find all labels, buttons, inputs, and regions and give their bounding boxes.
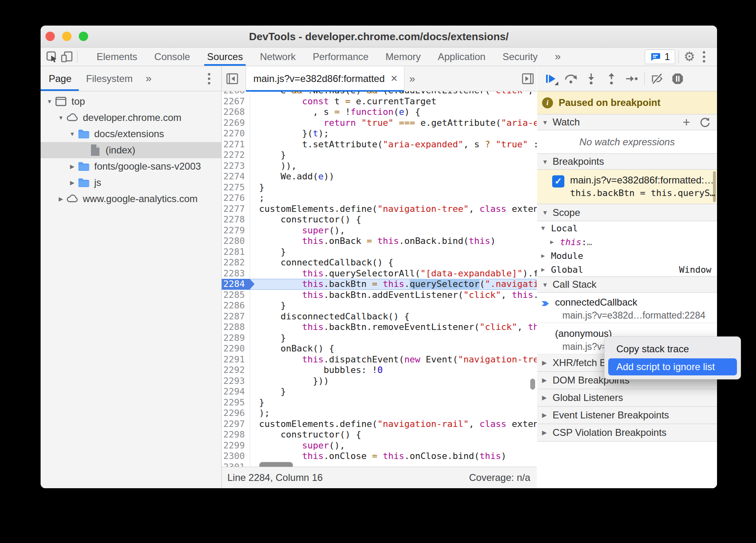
line-number[interactable]: 2273 [222,161,250,172]
device-toolbar-icon[interactable] [59,50,74,64]
line-number[interactable]: 2288 [222,322,250,333]
line-number[interactable]: 2280 [222,236,250,247]
tree-item-docs-extensions[interactable]: ▼docs/extensions [41,126,221,142]
pause-on-exceptions-button[interactable] [667,71,688,87]
line-number[interactable]: 2271 [222,139,250,150]
execution-line-number[interactable]: 2284 [222,279,250,290]
tree-item-js[interactable]: ▶js [41,175,221,191]
code-text[interactable]: this.backBtn = this.querySelector(".navi… [250,279,537,290]
more-options-icon[interactable] [697,51,711,62]
console-messages-button[interactable]: 1 [645,50,675,64]
refresh-watch-icon[interactable] [699,116,711,128]
line-number[interactable]: 2299 [222,440,250,451]
code-text[interactable]: super(), [250,440,537,451]
triangle-right-icon[interactable]: ▶ [56,196,66,202]
line-number[interactable]: 2300 [222,451,250,462]
line-number[interactable]: 2281 [222,247,250,258]
line-number[interactable]: 2296 [222,408,250,419]
code-text[interactable]: disconnectedCallback() { [250,311,537,322]
line-number[interactable]: 2272 [222,150,250,161]
more-panels-icon[interactable]: » [546,47,569,66]
line-number[interactable]: 2301 [222,462,250,467]
tab-memory[interactable]: Memory [377,47,430,66]
tree-item--index-[interactable]: (index) [41,142,221,158]
deactivate-breakpoints-button[interactable] [647,71,667,87]
resume-script-button[interactable] [540,71,561,87]
line-number[interactable]: 2290 [222,343,250,354]
line-number[interactable]: 2286 [222,300,250,311]
tab-page[interactable]: Page [41,66,79,91]
triangle-right-icon[interactable]: ▶ [67,163,77,170]
code-text[interactable]: return "true" === e.getAttribute("aria-e… [250,118,537,129]
tree-item-developer-chrome-com[interactable]: ▼developer.chrome.com [41,110,221,126]
code-text[interactable]: We.add(e)) [250,171,537,182]
breakpoint-checkbox[interactable]: ✓ [552,175,564,187]
more-editor-tabs-icon[interactable]: » [404,66,421,91]
section-scope[interactable]: ▼ Scope [537,204,717,221]
scope-row-local[interactable]: ▼Local [537,221,717,235]
step-into-button[interactable] [581,71,601,87]
file-tab-main-js[interactable]: main.js?v=e382d86f:formatted ✕ [246,66,404,91]
menu-item-copy-stack-trace[interactable]: Copy stack trace [605,340,741,358]
triangle-right-icon[interactable]: ▶ [550,238,560,246]
tab-security[interactable]: Security [494,47,546,66]
tab-application[interactable]: Application [429,47,494,66]
triangle-down-icon[interactable]: ▼ [67,131,77,137]
line-number[interactable]: 2294 [222,386,250,397]
line-number[interactable]: 2267 [222,96,250,107]
code-text[interactable]: onBack() { [250,343,537,354]
step-button[interactable] [622,71,642,87]
hide-navigator-icon[interactable] [225,71,240,86]
section-csp-violation-breakpoints[interactable]: ▶CSP Violation Breakpoints [537,424,717,442]
triangle-right-icon[interactable]: ▶ [67,179,77,186]
line-number[interactable]: 2289 [222,333,250,344]
triangle-down-icon[interactable]: ▼ [541,224,551,232]
code-text[interactable]: } [250,397,537,408]
code-text[interactable]: )), [250,161,537,172]
close-tab-icon[interactable]: ✕ [391,73,398,84]
code-text[interactable]: super(), [250,225,537,236]
line-number[interactable]: 2295 [222,397,250,408]
line-number[interactable]: 2266 [222,91,250,96]
add-watch-icon[interactable]: + [683,116,690,129]
tree-item-top[interactable]: ▼top [41,93,221,110]
triangle-right-icon[interactable]: ▶ [541,252,551,259]
section-breakpoints[interactable]: ▼ Breakpoints [537,153,717,170]
scope-row-this[interactable]: ▶this: … [537,235,717,249]
line-number[interactable]: 2279 [222,225,250,236]
line-number[interactable]: 2268 [222,107,250,118]
triangle-down-icon[interactable]: ▼ [45,98,54,105]
section-watch[interactable]: ▼ Watch + [537,114,717,130]
tree-item-www-google-analytics-com[interactable]: ▶www.google-analytics.com [41,191,221,207]
line-number[interactable]: 2298 [222,429,250,440]
code-text[interactable]: } [250,333,537,344]
code-text[interactable]: constructor() { [250,214,537,225]
code-text[interactable]: } [250,247,537,258]
code-text[interactable]: this.backBtn.removeEventListener("click"… [250,322,537,333]
navigator-menu-icon[interactable] [202,73,216,84]
code-text[interactable]: constructor() { [250,429,537,440]
code-text[interactable]: } [250,150,537,161]
step-over-button[interactable] [561,71,581,87]
line-number[interactable]: 2277 [222,204,250,215]
code-text[interactable]: customElements.define("navigation-tree",… [250,204,537,215]
code-text[interactable]: } [250,386,537,397]
tree-item-fonts-google-sans-v2003[interactable]: ▶fonts/google-sans-v2003 [41,158,221,175]
code-text[interactable]: ); [250,408,537,419]
triangle-down-icon[interactable]: ▼ [56,114,66,121]
code-text[interactable]: this.backBtn.addEventListener("click", t… [250,290,537,301]
tab-filesystem[interactable]: Filesystem [79,66,140,91]
line-number[interactable]: 2270 [222,128,250,139]
line-number[interactable]: 2292 [222,365,250,376]
line-number[interactable]: 2274 [222,171,250,182]
section-event-listener-breakpoints[interactable]: ▶Event Listener Breakpoints [537,407,717,424]
line-number[interactable]: 2283 [222,268,250,279]
hide-debugger-icon[interactable] [521,71,535,86]
tab-performance[interactable]: Performance [304,47,377,66]
code-text[interactable]: ; [250,193,537,204]
tab-elements[interactable]: Elements [88,47,146,66]
section-global-listeners[interactable]: ▶Global Listeners [537,389,717,407]
line-number[interactable]: 2282 [222,257,250,268]
line-number[interactable]: 2278 [222,214,250,225]
code-text[interactable]: this.onBack = this.onBack.bind(this) [250,236,537,247]
